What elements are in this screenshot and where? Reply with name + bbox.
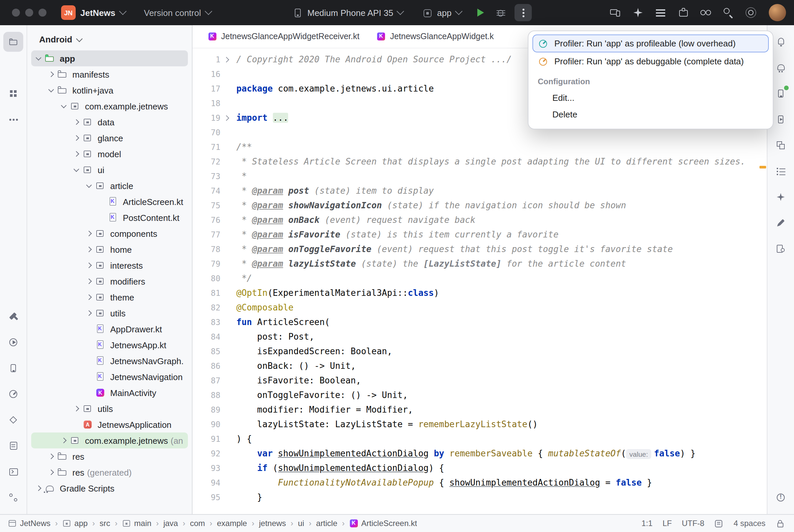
tree-item-data[interactable]: data [31, 114, 188, 130]
tree-item-interests[interactable]: interests [31, 258, 188, 273]
indent-setting-widget[interactable]: 4 spaces [734, 519, 765, 528]
indent-icon[interactable] [714, 519, 724, 528]
link-button[interactable] [697, 4, 714, 21]
search-button[interactable] [720, 4, 737, 21]
breadcrumb-article[interactable]: article [316, 519, 337, 528]
chevron-right-icon[interactable] [34, 481, 44, 495]
chevron-right-icon[interactable] [72, 115, 82, 129]
device-manager-button[interactable] [771, 83, 791, 103]
chevron-right-icon[interactable] [72, 402, 82, 415]
tree-item-appdrawer-kt[interactable]: AppDrawer.kt [31, 321, 188, 337]
tree-item-com-example-jetnews[interactable]: com.example.jetnews [31, 98, 188, 114]
gemini-button[interactable] [771, 187, 791, 207]
chevron-right-icon[interactable] [84, 306, 94, 320]
tree-item-article[interactable]: article [31, 178, 188, 194]
plugins-button[interactable] [675, 4, 692, 21]
chevron-right-icon[interactable] [72, 147, 82, 160]
ai-assistant-button[interactable] [629, 4, 647, 21]
debug-button[interactable] [495, 7, 505, 18]
fold-marker-icon[interactable] [220, 111, 232, 126]
breadcrumb-java[interactable]: java [163, 519, 178, 528]
chevron-right-icon[interactable] [84, 243, 94, 256]
tree-item-utils[interactable]: utils [31, 401, 188, 417]
tree-item-mainactivity[interactable]: MainActivity [31, 385, 188, 401]
profiler-button[interactable] [3, 384, 23, 404]
breadcrumb-ui[interactable]: ui [298, 519, 304, 528]
tree-item-theme[interactable]: theme [31, 289, 188, 305]
comm-button[interactable] [3, 58, 23, 78]
settings-button[interactable] [742, 4, 759, 21]
tree-item-manifests[interactable]: manifests [31, 66, 188, 82]
breadcrumb-app[interactable]: app [62, 519, 88, 528]
tree-item-res[interactable]: res [31, 449, 188, 464]
tree-item-jetnewsapplication[interactable]: JetnewsApplication [31, 417, 188, 433]
gradle-button[interactable] [771, 58, 791, 78]
structure-button[interactable] [3, 83, 23, 103]
checklist-button[interactable] [771, 161, 791, 181]
tree-item-ui[interactable]: ui [31, 162, 188, 178]
project-button[interactable] [3, 32, 23, 52]
build-button[interactable] [3, 306, 23, 326]
device-mirroring-button[interactable] [607, 4, 624, 21]
device-explorer-button[interactable] [3, 358, 23, 378]
more-horizontal-button[interactable] [3, 110, 23, 129]
caret-position[interactable]: 1:1 [642, 519, 652, 528]
tree-item-jetnewsnavgraph[interactable]: JetnewsNavGraph. [31, 353, 188, 369]
tree-item-modifiers[interactable]: modifiers [31, 273, 188, 289]
tree-item-components[interactable]: components [31, 226, 188, 242]
find-file-button[interactable] [771, 239, 791, 259]
tree-item-app[interactable]: app [31, 51, 188, 66]
breadcrumb-main[interactable]: main [122, 519, 151, 528]
breadcrumb-example[interactable]: example [217, 519, 247, 528]
chevron-right-icon[interactable] [84, 274, 94, 288]
task-list-button[interactable] [652, 4, 669, 21]
chevron-down-icon[interactable] [72, 163, 82, 176]
tree-item-articlescreen-kt[interactable]: ArticleScreen.kt [31, 194, 188, 210]
chevron-down-icon[interactable] [47, 83, 56, 97]
delete-configuration-option[interactable]: Delete [532, 106, 769, 123]
profiler-debuggable-option[interactable]: Profiler: Run 'app' as debuggable (compl… [532, 52, 769, 70]
compose-preview-button[interactable] [771, 213, 791, 233]
chevron-right-icon[interactable] [47, 68, 56, 81]
tree-item-jetnewsnavigation[interactable]: JetnewsNavigation [31, 369, 188, 385]
readonly-lock-icon[interactable] [775, 519, 785, 528]
chevron-down-icon[interactable] [34, 52, 44, 65]
file-encoding-widget[interactable]: UTF-8 [682, 519, 704, 528]
layers-button[interactable] [771, 135, 791, 155]
device-selector[interactable]: Medium Phone API 35 [292, 7, 403, 18]
main-menu-button[interactable]: JN JetNews [61, 5, 126, 20]
run-button[interactable] [477, 8, 484, 17]
chevron-right-icon[interactable] [72, 131, 82, 145]
services-button[interactable] [3, 332, 23, 352]
notifications-button[interactable] [771, 32, 791, 52]
logcat-button[interactable] [3, 436, 23, 456]
breadcrumb-jetnews[interactable]: jetnews [259, 519, 286, 528]
tree-item-jetnewsapp-kt[interactable]: JetnewsApp.kt [31, 337, 188, 353]
chevron-right-icon[interactable] [59, 434, 69, 447]
fold-marker-icon[interactable] [220, 52, 232, 67]
chevron-right-icon[interactable] [47, 450, 56, 463]
version-control-menu[interactable]: Version control [144, 7, 211, 18]
tree-item-gradle-scripts[interactable]: Gradle Scripts [31, 480, 188, 496]
user-avatar[interactable] [769, 4, 786, 21]
minimize-window-button[interactable] [25, 8, 33, 17]
breadcrumb-com[interactable]: com [190, 519, 205, 528]
tree-item-postcontent-kt[interactable]: PostContent.kt [31, 210, 188, 226]
editor-tab-jetnewsglanceappwidget-k[interactable]: JetnewsGlanceAppWidget.k [368, 25, 502, 48]
breadcrumb-articlescreen-kt[interactable]: ArticleScreen.kt [349, 519, 417, 528]
chevron-down-icon[interactable] [59, 99, 69, 113]
tree-item-com-example-jetnews[interactable]: com.example.jetnews(an [31, 433, 188, 449]
line-separator-widget[interactable]: LF [663, 519, 672, 528]
running-devices-button[interactable] [771, 110, 791, 129]
chevron-right-icon[interactable] [84, 259, 94, 272]
more-run-options-button[interactable] [515, 4, 532, 21]
tree-item-res[interactable]: res(generated) [31, 464, 188, 480]
edit-configuration-option[interactable]: Edit... [532, 90, 769, 106]
version-control-button[interactable] [3, 488, 23, 508]
chevron-right-icon[interactable] [84, 290, 94, 304]
project-panel-header[interactable]: Android [27, 25, 192, 51]
problems-button[interactable] [771, 488, 791, 508]
terminal-button[interactable] [3, 462, 23, 481]
chevron-right-icon[interactable] [47, 466, 56, 479]
tree-item-utils[interactable]: utils [31, 305, 188, 321]
